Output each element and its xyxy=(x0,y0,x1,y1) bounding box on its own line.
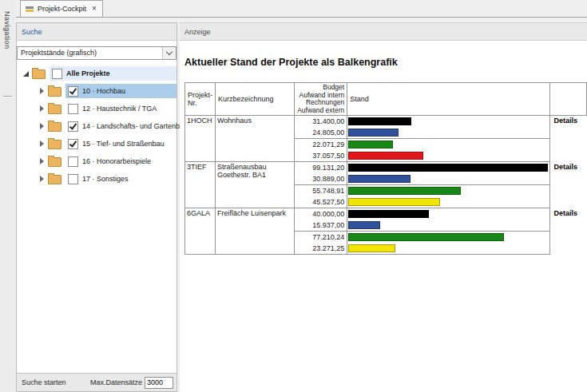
stand-bar xyxy=(348,221,380,229)
checkbox[interactable] xyxy=(68,156,78,167)
column-header-stand: Stand xyxy=(347,83,550,116)
cell-projekt-nr: 6GALA xyxy=(185,208,216,255)
folder-icon xyxy=(48,122,61,132)
tree-item-body: Alle Projekte xyxy=(50,66,176,81)
expander-icon[interactable] xyxy=(37,105,46,112)
tree-item-body: 15 · Tief- und Straßenbau xyxy=(65,137,176,151)
expander-icon[interactable] xyxy=(37,123,46,129)
checkbox[interactable] xyxy=(68,139,78,149)
expander-icon[interactable] xyxy=(37,176,46,182)
cell-value: 23.271,25 xyxy=(295,243,347,255)
details-link[interactable]: Details xyxy=(553,117,577,125)
cell-stand xyxy=(347,162,550,174)
cell-stand xyxy=(347,243,550,255)
cell-value: 40.000,00 xyxy=(295,208,347,220)
tab-bar: Projekt-Cockpit × xyxy=(16,0,587,18)
tree-item[interactable]: 15 · Tief- und Straßenbau xyxy=(17,135,176,152)
details-link[interactable]: Details xyxy=(553,163,577,171)
stand-bar xyxy=(348,164,548,172)
cell-stand xyxy=(347,116,550,128)
tree-item-body: 14 · Landschafts- und Gartenbau xyxy=(65,119,190,133)
tree-item-root[interactable]: Alle Projekte xyxy=(17,65,176,82)
cell-stand xyxy=(347,185,550,197)
main-header-label: Anzeige xyxy=(184,28,211,36)
checkbox[interactable] xyxy=(52,69,62,79)
folder-icon xyxy=(48,87,61,97)
sidebar-footer: Suche starten Max.Datensätze xyxy=(17,373,176,391)
navigation-strip[interactable]: Navigation xyxy=(0,0,16,392)
search-type-dropdown[interactable]: Projektstände (grafisch) xyxy=(17,46,176,60)
checkbox[interactable] xyxy=(68,174,78,184)
checkbox[interactable] xyxy=(68,104,78,114)
cell-details: Details xyxy=(550,116,587,162)
close-icon[interactable]: × xyxy=(92,5,97,13)
folder-icon xyxy=(48,105,61,114)
stand-bar xyxy=(348,198,440,206)
cell-value: 31.400,00 xyxy=(295,116,347,128)
tab-title: Projekt-Cockpit xyxy=(38,5,86,13)
cell-details: Details xyxy=(550,208,587,255)
cell-stand xyxy=(347,139,550,151)
chevron-down-icon xyxy=(166,49,173,55)
sidebar-panel: Suche Projektstände (grafisch) Alle Proj… xyxy=(16,22,177,392)
cell-value: 30.889,00 xyxy=(295,173,347,185)
cell-stand xyxy=(347,127,550,139)
folder-icon xyxy=(48,140,61,149)
folder-icon xyxy=(32,69,46,79)
cell-stand xyxy=(347,208,550,220)
tab-projekt-cockpit[interactable]: Projekt-Cockpit × xyxy=(20,0,103,17)
cell-projekt-nr: 3TIEF xyxy=(185,162,216,208)
value-header-line: Aufwand extern xyxy=(297,107,344,115)
cell-value: 22.071,29 xyxy=(295,139,347,151)
stand-bar xyxy=(348,152,422,160)
expander-icon[interactable] xyxy=(37,141,46,147)
folder-icon xyxy=(48,175,61,184)
cell-kurzbezeichnung: Wohnhaus xyxy=(216,116,295,162)
stand-bar xyxy=(348,244,395,252)
tree-item[interactable]: 17 · Sonstiges xyxy=(17,170,176,188)
stand-bar xyxy=(348,187,461,195)
expander-icon[interactable] xyxy=(21,71,30,77)
column-header-kurzbezeichnung: Kurzbezeichnung xyxy=(216,83,295,116)
projects-table: Projekt-Nr.KurzbezeichnungBudgetAufwand … xyxy=(184,82,587,255)
dropdown-button[interactable] xyxy=(162,47,176,59)
splitter-grip[interactable] xyxy=(3,96,12,97)
stand-bar xyxy=(348,210,429,218)
checkbox[interactable] xyxy=(68,86,78,97)
details-link[interactable]: Details xyxy=(553,209,577,217)
tree-item-body: 12 · Haustechnik / TGA xyxy=(65,101,176,116)
cell-value: 15.937,00 xyxy=(295,220,347,232)
cell-details: Details xyxy=(550,162,587,208)
max-records-input[interactable] xyxy=(145,377,173,389)
column-header-details-spacer xyxy=(550,83,587,116)
cell-value: 77.210,24 xyxy=(295,232,347,244)
start-search-button[interactable]: Suche starten xyxy=(22,378,66,386)
cell-value: 37.057,50 xyxy=(295,150,347,162)
tree-item[interactable]: 12 · Haustechnik / TGA xyxy=(17,100,176,117)
projects-table-grid: Projekt-Nr.KurzbezeichnungBudgetAufwand … xyxy=(184,82,587,255)
column-header-values: BudgetAufwand internRechnungenAufwand ex… xyxy=(295,83,347,116)
stand-bar xyxy=(348,129,399,137)
cell-stand xyxy=(347,150,550,162)
bar-chart-icon xyxy=(26,6,34,13)
tree-item[interactable]: 14 · Landschafts- und Gartenbau xyxy=(17,117,176,135)
expander-icon[interactable] xyxy=(37,158,46,164)
cell-value: 99.131,20 xyxy=(295,162,347,174)
sidebar-header-label: Suche xyxy=(22,28,42,36)
tree-item-body: 17 · Sonstiges xyxy=(65,172,176,186)
main-panel: Anzeige Aktueller Stand der Projekte als… xyxy=(180,22,587,392)
expander-icon[interactable] xyxy=(37,88,46,94)
main-header: Anzeige xyxy=(180,23,587,41)
checkbox[interactable] xyxy=(68,121,78,132)
tree-item-label: Alle Projekte xyxy=(66,69,110,77)
max-records-label: Max.Datensätze xyxy=(90,378,142,386)
tree-item[interactable]: 10 · Hochbau xyxy=(17,82,176,100)
tree-item[interactable]: 16 · Honorarbeispiele xyxy=(17,152,176,170)
cell-stand xyxy=(347,220,550,232)
cell-kurzbezeichnung: Freifläche Luisenpark xyxy=(216,208,295,255)
tree-item-label: 15 · Tief- und Straßenbau xyxy=(82,140,165,148)
cell-value: 55.748,91 xyxy=(295,185,347,197)
stand-bar xyxy=(348,141,393,148)
cell-kurzbezeichnung: Straßenausbau Goethestr. BA1 xyxy=(216,162,295,208)
app-window: Navigation Projekt-Cockpit × Suche Proje… xyxy=(0,0,587,392)
